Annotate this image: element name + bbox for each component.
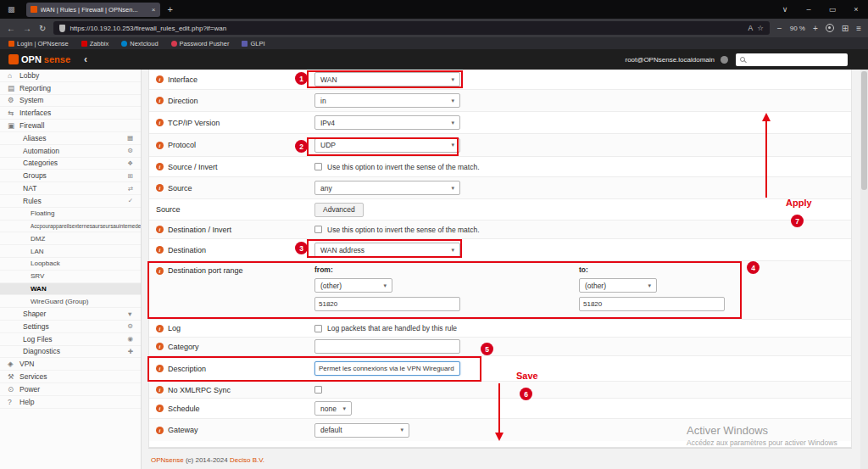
port-to-input[interactable]	[579, 297, 725, 311]
window-restore-button[interactable]: ▭	[821, 5, 844, 14]
zoom-in-button[interactable]: +	[813, 24, 818, 33]
scrollbar-thumb[interactable]	[861, 71, 867, 190]
port-from-select-value: (other)	[320, 282, 342, 290]
extensions-icon[interactable]: ⊞	[842, 24, 849, 33]
schedule-select-value: none	[320, 405, 337, 413]
sidebar-item-automation[interactable]: Automation⚙	[0, 145, 141, 158]
sidebar-item-rules[interactable]: Rules✓	[0, 195, 141, 208]
source-select[interactable]: any▾	[314, 181, 460, 195]
reload-icon[interactable]: ↻	[39, 24, 46, 33]
translate-icon[interactable]: A	[748, 24, 754, 32]
bookmark-zabbix[interactable]: Zabbix	[81, 40, 109, 47]
sidebar-item-label: WAN	[31, 285, 47, 293]
sidebar-item-aliases[interactable]: Aliases▦	[0, 132, 141, 145]
sidebar-item-interfaces[interactable]: ⇆Interfaces	[0, 107, 141, 120]
sidebar-item-vpn[interactable]: ◈VPN	[0, 358, 141, 371]
bookmark-nextcloud[interactable]: Nextcloud	[121, 40, 158, 47]
tab-close-icon[interactable]: ×	[152, 6, 156, 14]
sidebar-item-rules-lan[interactable]: LAN	[0, 245, 141, 258]
sidebar-item-firewall[interactable]: ▣Firewall	[0, 120, 141, 132]
port-to-select[interactable]: (other)▾	[579, 278, 657, 293]
destination-select[interactable]: WAN address▾	[314, 243, 460, 257]
field-label: TCP/IP Version	[168, 119, 220, 127]
list-tabs-chevron-icon[interactable]: ∨	[773, 5, 797, 14]
log-checkbox[interactable]	[314, 325, 322, 332]
sidebar-item-label: Groups	[23, 171, 47, 180]
source-invert-checkbox[interactable]	[314, 163, 322, 170]
sidebar-item-rules-custom-interface[interactable]: Accpourappareilsexternesaurseursauinteme…	[0, 221, 141, 233]
sidebar-item-rules-loopback[interactable]: Loopback	[0, 258, 141, 271]
checkbox-help-text: Use this option to invert the sense of t…	[327, 163, 480, 171]
bookmark-label: Login | OPNsense	[17, 40, 69, 47]
bookmark-glpi[interactable]: GLPI	[242, 40, 264, 47]
sidebar-item-help[interactable]: ?Help	[0, 396, 141, 409]
back-icon[interactable]: ←	[7, 24, 15, 33]
logged-in-user: root@OPNsense.localdomain	[625, 56, 715, 64]
sidebar-item-nat[interactable]: NAT⇄	[0, 182, 141, 195]
new-tab-button[interactable]: +	[168, 4, 173, 14]
sidebar-item-power[interactable]: ⊙Power	[0, 383, 141, 396]
bookmark-star-icon[interactable]: ☆	[757, 24, 764, 32]
tracking-shield-icon[interactable]	[59, 25, 65, 32]
description-input[interactable]	[314, 361, 460, 376]
forward-icon[interactable]: →	[23, 24, 31, 33]
form-row-source: iSource any▾	[149, 177, 851, 199]
sidebar-item-diagnostics[interactable]: Diagnostics✚	[0, 346, 141, 359]
sidebar-item-rules-wireguard-group[interactable]: WireGuard (Group)	[0, 295, 141, 308]
gateway-select[interactable]: default▾	[314, 423, 409, 438]
sidebar-item-rules-dmz[interactable]: DMZ	[0, 232, 141, 245]
sidebar-item-categories[interactable]: Categories❖	[0, 158, 141, 170]
global-search-input[interactable]	[748, 56, 843, 64]
firefox-view-icon[interactable]: ▩	[8, 5, 15, 14]
sidebar-item-reporting[interactable]: ▤Reporting	[0, 82, 141, 95]
footer-brand-link[interactable]: OPNsense	[151, 456, 184, 464]
url-bar[interactable]: https://10.192.10.253/firewall_rules_edi…	[53, 21, 769, 35]
protocol-select[interactable]: UDP▾	[314, 138, 460, 153]
sidebar-collapse-icon[interactable]: ‹	[84, 53, 87, 65]
interface-select[interactable]: WAN▾	[314, 72, 460, 87]
sidebar-item-rules-floating[interactable]: Floating	[0, 208, 141, 221]
category-input[interactable]	[314, 339, 460, 354]
sidebar-item-groups[interactable]: Groups⊞	[0, 170, 141, 182]
sidebar-item-services[interactable]: ⚒Services	[0, 371, 141, 383]
footer-company-link[interactable]: Deciso B.V.	[230, 456, 264, 464]
window-close-button[interactable]: ×	[844, 5, 868, 14]
direction-select[interactable]: in▾	[314, 93, 460, 108]
port-from-input[interactable]	[314, 297, 460, 311]
sidebar-item-settings[interactable]: Settings⚙	[0, 321, 141, 333]
bookmark-password-pusher[interactable]: Password Pusher	[171, 40, 230, 47]
form-row-destination-invert: iDestination / Invert Use this option to…	[149, 221, 851, 239]
sidebar-item-label: WireGuard (Group)	[31, 298, 88, 305]
info-icon: i	[156, 246, 164, 254]
sidebar-item-system[interactable]: ⚙System	[0, 95, 141, 108]
zoom-level[interactable]: 90 %	[790, 25, 805, 32]
sidebar-item-shaper[interactable]: Shaper▼	[0, 308, 141, 321]
sidebar-item-rules-srv[interactable]: SRV	[0, 271, 141, 283]
global-search-box[interactable]	[736, 53, 848, 66]
destination-invert-checkbox[interactable]	[314, 226, 322, 233]
window-minimize-button[interactable]: –	[797, 5, 821, 14]
tcpip-version-select[interactable]: IPv4▾	[314, 115, 460, 130]
browser-tab[interactable]: WAN | Rules | Firewall | OPNsen... ×	[26, 3, 160, 17]
field-label: Source / Invert	[168, 163, 218, 171]
user-status-icon[interactable]	[721, 56, 728, 64]
url-text[interactable]: https://10.192.10.253/firewall_rules_edi…	[70, 25, 743, 32]
bookmark-opnsense[interactable]: Login | OPNsense	[8, 40, 69, 47]
account-icon[interactable]	[826, 24, 834, 32]
schedule-select[interactable]: none▾	[314, 401, 352, 416]
field-label: Log	[168, 324, 181, 332]
no-xmlrpc-checkbox[interactable]	[314, 386, 322, 394]
sidebar-item-log-files[interactable]: Log Files◉	[0, 333, 141, 346]
zoom-out-button[interactable]: −	[777, 24, 782, 33]
opnsense-logo[interactable]: OPNsense	[8, 54, 70, 64]
form-row-destination-port-range: iDestination port range from: (other)▾ t…	[149, 261, 851, 320]
page-scrollbar[interactable]	[860, 70, 868, 469]
windows-activation-watermark: Activer Windows Accédez aux paramètres p…	[687, 424, 837, 447]
advanced-button[interactable]: Advanced	[314, 203, 364, 217]
form-row-direction: iDirection in▾	[149, 90, 851, 112]
sidebar-item-rules-wan[interactable]: WAN	[0, 283, 141, 296]
sidebar-item-lobby[interactable]: ⌂Lobby	[0, 70, 141, 82]
info-icon: i	[156, 97, 164, 104]
port-from-select[interactable]: (other)▾	[314, 278, 392, 293]
menu-icon[interactable]: ≡	[856, 24, 861, 33]
